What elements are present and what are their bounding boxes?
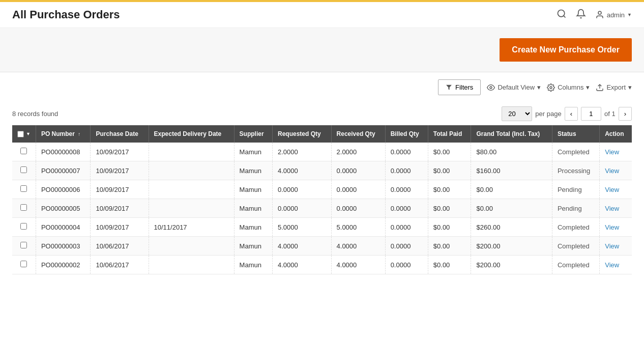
row-checkbox[interactable] bbox=[20, 223, 27, 230]
create-purchase-order-button[interactable]: Create New Purchase Order bbox=[500, 38, 632, 62]
row-po-number: PO00000002 bbox=[36, 256, 91, 274]
row-action: View bbox=[600, 237, 632, 256]
row-checkbox-cell bbox=[12, 143, 36, 161]
table-row: PO00000005 10/09/2017 Mamun 0.0000 0.000… bbox=[12, 199, 632, 218]
row-expected-delivery-date bbox=[149, 256, 234, 274]
row-total-paid: $0.00 bbox=[428, 143, 471, 161]
row-status: Pending bbox=[552, 180, 599, 199]
view-link[interactable]: View bbox=[605, 167, 619, 175]
select-all-checkbox[interactable] bbox=[17, 131, 24, 137]
row-status: Pending bbox=[552, 199, 599, 218]
row-total-paid: $0.00 bbox=[428, 180, 471, 199]
per-page-label: per page bbox=[535, 110, 561, 118]
row-purchase-date: 10/06/2017 bbox=[91, 256, 149, 274]
header-actions: admin ▼ bbox=[557, 9, 632, 21]
row-status: Completed bbox=[552, 237, 599, 256]
row-po-number: PO00000007 bbox=[36, 161, 91, 180]
svg-point-2 bbox=[598, 11, 601, 14]
view-link[interactable]: View bbox=[605, 242, 619, 250]
default-view-button[interactable]: Default View ▾ bbox=[487, 83, 541, 92]
svg-point-5 bbox=[550, 87, 552, 89]
row-total-paid: $0.00 bbox=[428, 199, 471, 218]
row-checkbox-cell bbox=[12, 237, 36, 256]
row-po-number: PO00000003 bbox=[36, 237, 91, 256]
row-checkbox[interactable] bbox=[20, 166, 27, 173]
row-po-number: PO00000004 bbox=[36, 218, 91, 237]
row-checkbox-cell bbox=[12, 256, 36, 274]
row-purchase-date: 10/06/2017 bbox=[91, 237, 149, 256]
row-supplier: Mamun bbox=[234, 237, 272, 256]
col-total-paid: Total Paid bbox=[428, 125, 471, 143]
header: All Purchase Orders admin ▼ bbox=[0, 2, 644, 28]
row-supplier: Mamun bbox=[234, 143, 272, 161]
col-purchase-date: Purchase Date bbox=[91, 125, 149, 143]
row-supplier: Mamun bbox=[234, 218, 272, 237]
header-checkbox-dropdown[interactable]: ▼ bbox=[26, 131, 31, 136]
bell-icon[interactable] bbox=[576, 9, 586, 21]
row-received-qty: 5.0000 bbox=[331, 218, 385, 237]
view-link[interactable]: View bbox=[605, 186, 619, 193]
row-checkbox[interactable] bbox=[20, 204, 27, 211]
row-grand-total: $260.00 bbox=[471, 218, 552, 237]
user-info[interactable]: admin ▼ bbox=[595, 10, 632, 19]
row-billed-qty: 0.0000 bbox=[385, 143, 428, 161]
row-total-paid: $0.00 bbox=[428, 161, 471, 180]
row-action: View bbox=[600, 218, 632, 237]
row-checkbox[interactable] bbox=[20, 185, 27, 192]
page-prev-button[interactable]: ‹ bbox=[565, 107, 578, 121]
records-row: 8 records found 20 50 100 per page ‹ of … bbox=[0, 102, 644, 125]
view-link[interactable]: View bbox=[605, 223, 619, 231]
row-checkbox-cell bbox=[12, 161, 36, 180]
row-received-qty: 0.0000 bbox=[331, 161, 385, 180]
row-billed-qty: 0.0000 bbox=[385, 199, 428, 218]
filters-label: Filters bbox=[455, 83, 473, 91]
filters-button[interactable]: Filters bbox=[438, 79, 481, 95]
row-received-qty: 2.0000 bbox=[331, 143, 385, 161]
svg-line-1 bbox=[564, 15, 566, 17]
view-link[interactable]: View bbox=[605, 261, 619, 269]
row-po-number: PO00000005 bbox=[36, 199, 91, 218]
eye-icon bbox=[487, 83, 495, 92]
row-expected-delivery-date bbox=[149, 199, 234, 218]
row-purchase-date: 10/09/2017 bbox=[91, 161, 149, 180]
user-icon bbox=[595, 10, 604, 19]
table-row: PO00000003 10/06/2017 Mamun 4.0000 4.000… bbox=[12, 237, 632, 256]
table-row: PO00000002 10/06/2017 Mamun 4.0000 4.000… bbox=[12, 256, 632, 274]
row-supplier: Mamun bbox=[234, 199, 272, 218]
page-input[interactable] bbox=[581, 107, 601, 121]
view-link[interactable]: View bbox=[605, 148, 619, 156]
page-next-button[interactable]: › bbox=[619, 107, 632, 121]
svg-marker-3 bbox=[446, 85, 452, 90]
export-button[interactable]: Export ▾ bbox=[596, 83, 632, 92]
row-supplier: Mamun bbox=[234, 256, 272, 274]
table-row: PO00000006 10/09/2017 Mamun 0.0000 0.000… bbox=[12, 180, 632, 199]
row-supplier: Mamun bbox=[234, 180, 272, 199]
row-checkbox[interactable] bbox=[20, 261, 27, 267]
col-grand-total: Grand Total (Incl. Tax) bbox=[471, 125, 552, 143]
table-row: PO00000004 10/09/2017 10/11/2017 Mamun 5… bbox=[12, 218, 632, 237]
search-icon[interactable] bbox=[557, 9, 567, 21]
svg-point-4 bbox=[490, 87, 492, 89]
row-received-qty: 0.0000 bbox=[331, 180, 385, 199]
col-po-number[interactable]: PO Number ↑ bbox=[36, 125, 91, 143]
pagination: 20 50 100 per page ‹ of 1 › bbox=[502, 106, 632, 121]
per-page-select[interactable]: 20 50 100 bbox=[502, 106, 532, 121]
row-purchase-date: 10/09/2017 bbox=[91, 143, 149, 161]
view-link[interactable]: View bbox=[605, 205, 619, 212]
table-container: ▼ PO Number ↑ Purchase Date Expected Del… bbox=[0, 125, 644, 274]
col-requested-qty: Requested Qty bbox=[273, 125, 332, 143]
row-expected-delivery-date bbox=[149, 143, 234, 161]
row-expected-delivery-date bbox=[149, 237, 234, 256]
columns-button[interactable]: Columns ▾ bbox=[547, 83, 590, 92]
row-requested-qty: 5.0000 bbox=[273, 218, 332, 237]
row-billed-qty: 0.0000 bbox=[385, 161, 428, 180]
row-grand-total: $200.00 bbox=[471, 256, 552, 274]
row-status: Processing bbox=[552, 161, 599, 180]
gear-icon bbox=[547, 83, 555, 92]
row-checkbox[interactable] bbox=[20, 148, 27, 154]
row-checkbox[interactable] bbox=[20, 242, 27, 248]
row-grand-total: $0.00 bbox=[471, 180, 552, 199]
row-total-paid: $0.00 bbox=[428, 218, 471, 237]
row-purchase-date: 10/09/2017 bbox=[91, 218, 149, 237]
row-total-paid: $0.00 bbox=[428, 256, 471, 274]
